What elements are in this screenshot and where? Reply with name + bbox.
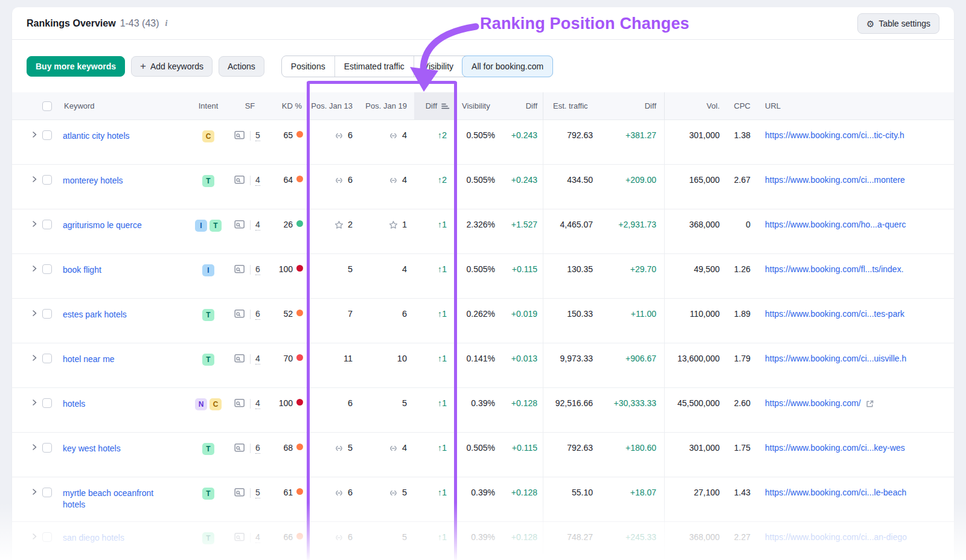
arrow-up-icon: ↑ [438,130,442,140]
sf-count[interactable]: 6 [255,264,260,275]
row-checkbox[interactable] [42,264,52,274]
column-header-volume[interactable]: Vol. [664,92,728,119]
volume-value: 49,500 [664,254,728,298]
tab-positions[interactable]: Positions [282,56,334,77]
actions-button[interactable]: Actions [219,56,264,77]
row-checkbox[interactable] [42,532,52,542]
keyword-link[interactable]: agriturismo le querce [63,220,142,231]
sf-count[interactable]: 4 [255,354,260,364]
url-link[interactable]: https://www.booking.com/ [765,398,861,408]
url-link[interactable]: https://www.booking.com/ci...le-beach [765,488,906,497]
row-checkbox[interactable] [42,488,52,497]
sf-count[interactable]: 5 [255,130,260,141]
expand-chevron-icon[interactable] [30,532,39,541]
column-header-cpc[interactable]: CPC [728,92,758,119]
column-header-keyword[interactable]: Keyword [63,92,186,119]
tab-estimated-traffic[interactable]: Estimated traffic [334,56,414,77]
est-traffic-value: 55.10 [543,477,598,521]
row-checkbox[interactable] [42,309,52,319]
sf-count[interactable]: 6 [255,443,260,454]
visibility-value: 0.505% [457,254,498,298]
url-link[interactable]: https://www.booking.com/fl...ts/index. [765,264,904,274]
select-all-checkbox[interactable] [42,101,52,111]
column-header-visibility[interactable]: Visibility [457,92,498,119]
row-checkbox[interactable] [42,443,52,453]
keyword-link[interactable]: estes park hotels [63,309,127,320]
serp-features-icon [234,488,245,497]
column-header-sf[interactable]: SF [231,92,269,119]
row-checkbox[interactable] [42,398,52,408]
sf-count[interactable]: 4 [255,532,260,543]
arrow-up-icon: ↑ [438,264,442,274]
column-header-url[interactable]: URL [758,92,930,119]
column-header-est-traffic[interactable]: Est. traffic [543,92,598,119]
sf-count[interactable]: 5 [255,488,260,498]
visibility-value: 0.39% [457,388,498,432]
url-link[interactable]: https://www.booking.com/ci...tic-city.h [765,130,904,140]
row-checkbox[interactable] [42,175,52,185]
column-header-est-traffic-diff[interactable]: Diff [598,92,664,119]
expand-chevron-icon[interactable] [30,354,39,362]
url-link[interactable]: https://www.booking.com/ci...an-diego [765,532,907,542]
table-row: monterey hotels T 4 64 6 4 ↑2 0.505% +0.… [12,165,954,209]
keyword-link[interactable]: san diego hotels [63,532,124,544]
url-link[interactable]: https://www.booking.com/ci...montere [765,175,905,185]
expand-chevron-icon[interactable] [30,220,39,228]
external-link-icon[interactable] [865,399,874,409]
intent-badges: T [186,165,231,209]
table-row: atlantic city hotels C 5 65 6 4 ↑2 0.505… [12,120,954,165]
table-settings-button[interactable]: ⚙ Table settings [857,13,939,34]
est-traffic-diff-value: +245.33 [598,522,664,560]
pos-jan13-value: 6 [348,532,353,542]
url-link[interactable]: https://www.booking.com/ho...a-querc [765,220,906,229]
expand-chevron-icon[interactable] [30,443,39,451]
expand-chevron-icon[interactable] [30,309,39,317]
keyword-link[interactable]: hotels [63,398,85,410]
buy-more-keywords-button[interactable]: Buy more keywords [27,56,125,77]
visibility-diff-value: +1.527 [498,209,543,253]
column-header-intent[interactable]: Intent [186,92,231,119]
expand-chevron-icon[interactable] [30,130,39,139]
keyword-link[interactable]: myrtle beach oceanfront hotels [63,488,178,511]
expand-chevron-icon[interactable] [30,175,39,183]
est-traffic-diff-value: +381.27 [598,120,664,164]
keyword-link[interactable]: monterey hotels [63,175,123,186]
row-checkbox[interactable] [42,354,52,363]
column-header-pos-diff[interactable]: Diff [414,92,457,119]
pos13-feature-icon [334,131,344,141]
toolbar: Buy more keywords + Add keywords Actions… [12,40,954,92]
table-row: hotel near me T 4 70 11 10 ↑1 0.141% +0.… [12,343,954,388]
column-header-pos-jan19[interactable]: Pos. Jan 19 [360,92,414,119]
pos13-feature-icon [334,488,344,498]
tab-visibility[interactable]: Visibility [414,56,462,77]
expand-chevron-icon[interactable] [30,398,39,407]
sf-count[interactable]: 4 [255,220,260,231]
expand-chevron-icon[interactable] [30,264,39,273]
url-link[interactable]: https://www.booking.com/ci...uisville.h [765,354,906,363]
intent-badges: T [186,299,231,343]
divider [250,265,251,275]
sf-count[interactable]: 4 [255,175,260,186]
row-checkbox[interactable] [42,220,52,229]
table-row: san diego hotels T 4 66 6 5 ↑1 0.39% +0.… [12,522,954,560]
tab-all-for-domain[interactable]: All for booking.com [462,56,553,77]
column-header-visibility-diff[interactable]: Diff [498,92,543,119]
est-traffic-diff-value: +209.00 [598,165,664,209]
sf-count[interactable]: 4 [255,398,260,409]
keyword-link[interactable]: hotel near me [63,354,115,365]
column-header-kd[interactable]: KD % [269,92,307,119]
keyword-link[interactable]: atlantic city hotels [63,130,130,142]
pos-diff-value: 1 [442,532,447,542]
keyword-link[interactable]: book flight [63,264,101,276]
est-traffic-diff-value: +11.00 [598,299,664,343]
expand-chevron-icon[interactable] [30,488,39,496]
sf-count[interactable]: 6 [255,309,260,320]
add-keywords-button[interactable]: + Add keywords [131,56,213,77]
column-header-pos-jan13[interactable]: Pos. Jan 13 [307,92,360,119]
url-link[interactable]: https://www.booking.com/ci...key-wes [765,443,905,453]
row-checkbox[interactable] [42,130,52,140]
intent-badge: C [210,398,222,410]
cpc-value: 1.43 [728,477,758,521]
keyword-link[interactable]: key west hotels [63,443,121,454]
url-link[interactable]: https://www.booking.com/ci...tes-park [765,309,904,319]
